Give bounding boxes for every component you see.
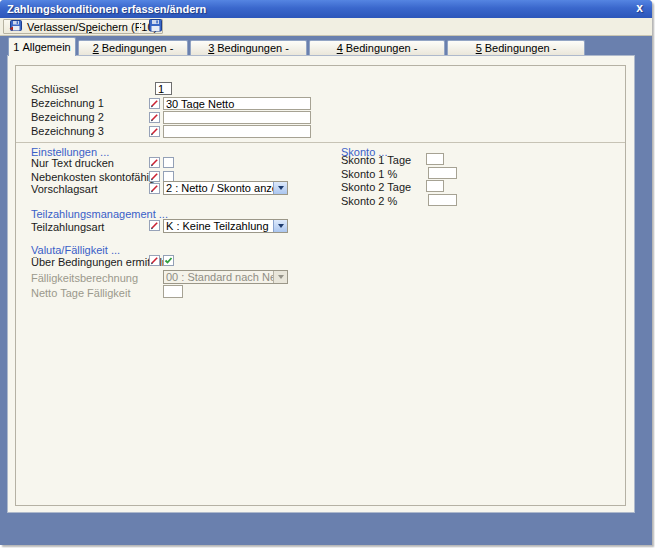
- nur-text-drucken-checkbox[interactable]: [163, 157, 174, 168]
- bezeichnung1-label: Bezeichnung 1: [31, 97, 104, 110]
- skonto1-tage-input[interactable]: [426, 153, 444, 165]
- teilzahlungsmanagement-header: Teilzahlungsmanagement ...: [31, 208, 168, 220]
- skonto2-tage-label: Skonto 2 Tage: [341, 181, 411, 194]
- valuta-faelligkeit-header: Valuta/Fälligkeit ...: [31, 244, 120, 256]
- chevron-down-icon[interactable]: [273, 182, 287, 194]
- ueber-bedingungen-checkbox[interactable]: [163, 255, 174, 266]
- bezeichnung2-label: Bezeichnung 2: [31, 111, 104, 124]
- edit-pencil-icon[interactable]: [149, 255, 160, 266]
- tab-page-allgemein: Schlüssel Bezeichnung 1 Bezeichnung 2 Be…: [7, 55, 635, 513]
- netto-tage-faelligkeit-input: [163, 285, 183, 298]
- exit-save-label: Verlassen/Speichern (F10): [27, 21, 157, 33]
- nur-text-drucken-label: Nur Text drucken: [31, 157, 114, 170]
- checkmark-icon: [164, 256, 173, 265]
- faelligkeitsberechnung-value: 00 : Standard nach Netto Tagen: [164, 271, 273, 283]
- netto-tage-faelligkeit-label: Netto Tage Fälligkeit: [31, 287, 130, 300]
- exit-save-icon: [9, 19, 23, 34]
- chevron-down-icon[interactable]: [273, 220, 287, 232]
- teilzahlungsart-value: K : Keine Teilzahlung: [164, 220, 273, 232]
- window-title: Zahlungskonditionen erfassen/ändern: [7, 3, 206, 15]
- title-bar: Zahlungskonditionen erfassen/ändern x: [0, 0, 652, 18]
- section-divider: [16, 142, 625, 143]
- edit-pencil-icon[interactable]: [149, 126, 160, 137]
- teilzahlungsart-label: Teilzahlungsart: [31, 221, 104, 234]
- bezeichnung2-input[interactable]: [163, 111, 311, 124]
- skonto2-tage-input[interactable]: [426, 180, 444, 192]
- bezeichnung3-label: Bezeichnung 3: [31, 125, 104, 138]
- bezeichnung1-input[interactable]: [163, 97, 311, 110]
- vorschlagsart-value: 2 : Netto / Skonto anzeigen: [164, 182, 273, 194]
- edit-pencil-icon[interactable]: [149, 171, 160, 182]
- toolbar-separator: [139, 20, 140, 33]
- schluessel-label: Schlüssel: [31, 83, 78, 96]
- chevron-down-icon: [273, 271, 287, 283]
- tab-bedingungen-valuta[interactable]: 2Bedingungen - Valuta: [78, 40, 188, 56]
- skonto2-prozent-input[interactable]: [428, 194, 457, 206]
- save-button[interactable]: [146, 19, 165, 34]
- tab-allgemein[interactable]: 1Allgemein: [8, 37, 76, 56]
- skonto2-prozent-label: Skonto 2 %: [341, 195, 397, 208]
- tab-bedingungen-skontotage-2[interactable]: 5Bedingungen - Skontotage 2: [447, 40, 585, 56]
- edit-pencil-icon[interactable]: [149, 183, 160, 194]
- close-icon[interactable]: x: [636, 0, 643, 18]
- faelligkeitsberechnung-label: Fälligkeitsberechnung: [31, 272, 138, 285]
- dialog-window: Zahlungskonditionen erfassen/ändern x Ve…: [0, 0, 652, 545]
- vorschlagsart-label: Vorschlagsart: [31, 183, 98, 196]
- form-groupbox: [15, 65, 626, 506]
- faelligkeitsberechnung-dropdown: 00 : Standard nach Netto Tagen: [163, 270, 288, 284]
- skonto1-tage-label: Skonto 1 Tage: [341, 154, 411, 167]
- teilzahlungsart-dropdown[interactable]: K : Keine Teilzahlung: [163, 219, 288, 233]
- bezeichnung3-input[interactable]: [163, 125, 311, 138]
- toolbar: Verlassen/Speichern (F10): [0, 18, 652, 36]
- floppy-disk-icon: [149, 19, 162, 34]
- schluessel-input[interactable]: [155, 82, 172, 95]
- skonto1-prozent-input[interactable]: [428, 167, 457, 179]
- tab-bedingungen-faelligkeit[interactable]: 3Bedingungen - Fälligkeit: [190, 40, 307, 56]
- edit-pencil-icon[interactable]: [149, 220, 160, 231]
- vorschlagsart-dropdown[interactable]: 2 : Netto / Skonto anzeigen: [163, 181, 288, 195]
- edit-pencil-icon[interactable]: [149, 157, 160, 168]
- ueber-bedingungen-label: Über Bedingungen ermitteln: [31, 256, 168, 269]
- tab-bedingungen-skontotage-1[interactable]: 4Bedingungen - Skontotage 1: [309, 40, 445, 56]
- edit-pencil-icon[interactable]: [149, 112, 160, 123]
- skonto1-prozent-label: Skonto 1 %: [341, 168, 397, 181]
- edit-pencil-icon[interactable]: [149, 98, 160, 109]
